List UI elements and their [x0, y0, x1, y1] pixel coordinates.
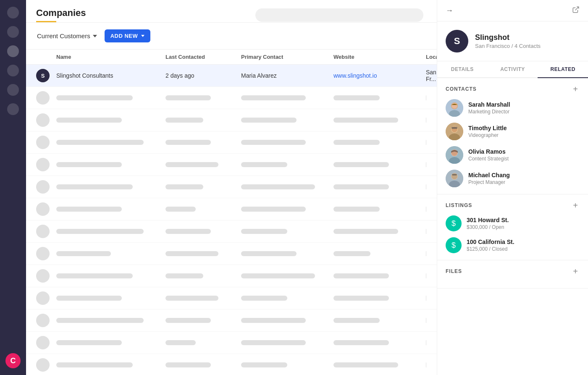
placeholder-bar: [426, 251, 426, 256]
svg-rect-9: [452, 127, 457, 129]
placeholder-bar: [56, 229, 144, 234]
panel-company-name: Slingshot: [475, 33, 541, 42]
table-row[interactable]: [26, 332, 437, 354]
placeholder-bar: [333, 318, 380, 323]
table-row[interactable]: S Slingshot Consultants 2 days ago Maria…: [26, 65, 437, 87]
table-row[interactable]: [26, 87, 437, 109]
sidebar-item-4[interactable]: [7, 65, 19, 76]
placeholder-avatar: [36, 91, 50, 105]
col-header-primary-contact: Primary Contact: [241, 54, 333, 60]
placeholder-bar: [426, 229, 426, 234]
filter-dropdown[interactable]: Current Customers: [36, 31, 98, 41]
placeholder-bar: [426, 296, 426, 301]
placeholder-bar: [56, 118, 122, 123]
company-big-avatar: S: [446, 30, 468, 52]
placeholder-bar: [165, 296, 218, 301]
listing-icon: $: [446, 215, 462, 231]
contact-name: Sarah Marshall: [468, 101, 510, 108]
sidebar-item-3[interactable]: [7, 45, 19, 57]
table-row[interactable]: [26, 198, 437, 220]
placeholder-avatar: [36, 158, 50, 171]
panel-company-meta: San Francisco / 4 Contacts: [475, 43, 541, 49]
placeholder-bar: [426, 184, 426, 189]
files-add-button[interactable]: +: [571, 267, 580, 275]
placeholder-bar: [426, 162, 426, 167]
add-new-button[interactable]: ADD NEW: [105, 29, 151, 42]
table-row[interactable]: [26, 176, 437, 198]
placeholder-bar: [165, 207, 196, 212]
placeholder-bar: [56, 362, 133, 367]
listing-item[interactable]: $ 100 California St. $125,000 / Closed: [446, 237, 580, 253]
col-header-last-contacted: Last Contacted: [165, 54, 241, 60]
panel-back-arrow-icon[interactable]: →: [446, 6, 453, 15]
table-row[interactable]: [26, 243, 437, 265]
panel-tabs: DETAILS ACTIVITY RELATED: [437, 61, 588, 78]
sidebar-item-2[interactable]: [7, 26, 19, 38]
table-row[interactable]: [26, 131, 437, 154]
tab-activity[interactable]: ACTIVITY: [488, 61, 538, 77]
placeholder-bar: [333, 184, 389, 189]
listing-item[interactable]: $ 301 Howard St. $300,000 / Open: [446, 215, 580, 231]
table-row[interactable]: [26, 309, 437, 332]
last-contacted-cell: 2 days ago: [165, 72, 241, 79]
search-bar[interactable]: [255, 8, 423, 22]
contact-item[interactable]: Sarah Marshall Marketing Director: [446, 99, 580, 117]
placeholder-bar: [165, 184, 203, 189]
files-section-header: FILES +: [446, 267, 580, 275]
placeholder-avatar: [36, 314, 50, 327]
sidebar-item-5[interactable]: [7, 84, 19, 96]
listings-section: LISTINGS + $ 301 Howard St. $300,000 / O…: [437, 194, 588, 260]
placeholder-bar: [333, 162, 389, 167]
placeholder-bar: [241, 162, 287, 167]
title-underline: [36, 21, 56, 22]
chevron-down-icon: [93, 35, 97, 37]
sidebar-item-1[interactable]: [7, 7, 19, 18]
placeholder-bar: [426, 95, 426, 100]
placeholder-avatar: [36, 269, 50, 283]
contacts-section-title: CONTACTS: [446, 86, 477, 92]
app-logo[interactable]: C: [5, 353, 21, 368]
placeholder-bar: [241, 340, 306, 345]
tab-details[interactable]: DETAILS: [437, 61, 488, 77]
contacts-add-button[interactable]: +: [571, 85, 580, 93]
placeholder-bar: [56, 273, 133, 278]
right-panel: → S Slingshot San Francisco / 4 Contacts…: [437, 0, 588, 375]
tab-related[interactable]: RELATED: [538, 61, 588, 78]
contact-item[interactable]: Michael Chang Project Manager: [446, 170, 580, 187]
placeholder-bar: [333, 95, 380, 100]
placeholder-bar: [241, 251, 297, 256]
files-section: FILES +: [437, 260, 588, 288]
svg-line-0: [575, 7, 579, 10]
table-row[interactable]: [26, 287, 437, 309]
table-row[interactable]: [26, 109, 437, 131]
add-new-chevron-icon: [141, 35, 144, 37]
sidebar-item-6[interactable]: [7, 103, 19, 115]
main-content: Companies Current Customers ADD NEW Name…: [26, 0, 437, 375]
placeholder-bar: [165, 118, 203, 123]
table-row[interactable]: [26, 265, 437, 287]
sidebar: C: [0, 0, 26, 375]
placeholder-bar: [426, 118, 426, 123]
placeholder-bar: [241, 296, 287, 301]
placeholder-bar: [165, 340, 196, 345]
table-row[interactable]: [26, 220, 437, 243]
col-header-location: Locati...: [426, 54, 437, 60]
panel-external-link-icon[interactable]: [572, 6, 580, 15]
listings-add-button[interactable]: +: [571, 201, 580, 210]
contact-item[interactable]: Timothy Little Videographer: [446, 123, 580, 140]
table-row[interactable]: [26, 154, 437, 176]
page-header: Companies: [26, 0, 437, 23]
avatar: [446, 99, 463, 117]
website-cell[interactable]: www.slingshot.io: [333, 72, 426, 79]
sidebar-bottom: C: [5, 353, 21, 368]
listing-meta: $125,000 / Closed: [467, 246, 514, 252]
placeholder-avatar: [36, 113, 50, 127]
listing-address: 301 Howard St.: [467, 217, 509, 223]
placeholder-bar: [165, 318, 211, 323]
table-row[interactable]: [26, 354, 437, 375]
placeholder-bar: [241, 184, 315, 189]
avatar: [446, 146, 463, 164]
placeholder-bar: [56, 340, 122, 345]
placeholder-avatar: [36, 136, 50, 149]
contact-item[interactable]: Olivia Ramos Content Strategist: [446, 146, 580, 164]
